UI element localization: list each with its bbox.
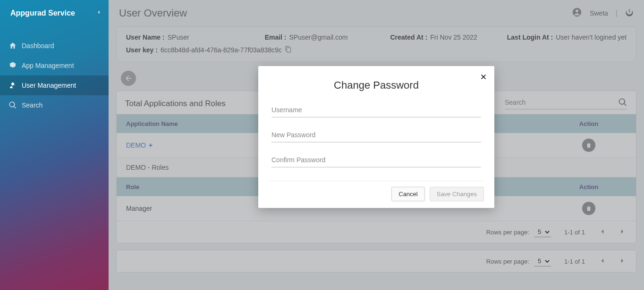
sidebar-nav: Dashboard App Management User Management… xyxy=(0,26,109,115)
chevron-left-icon[interactable] xyxy=(95,9,102,17)
new-password-field-wrap xyxy=(271,131,481,142)
change-password-modal: Change Password Cancel Save Changes xyxy=(258,66,494,208)
cancel-button[interactable]: Cancel xyxy=(391,187,424,201)
sidebar: Appgurad Service Dashboard App Managemen… xyxy=(0,0,109,290)
modal-overlay[interactable]: Change Password Cancel Save Changes xyxy=(109,0,644,290)
sidebar-item-label: User Management xyxy=(22,82,76,89)
close-icon[interactable] xyxy=(479,73,488,83)
sidebar-item-app-management[interactable]: App Management xyxy=(0,56,109,75)
cube-gear-icon xyxy=(8,61,22,70)
main: User Overview Sweta | User Name : SPuser xyxy=(109,0,644,290)
sidebar-item-search[interactable]: Search xyxy=(0,95,109,115)
sidebar-item-user-management[interactable]: User Management xyxy=(0,75,109,95)
sidebar-item-label: App Management xyxy=(22,62,74,69)
username-field[interactable] xyxy=(271,106,481,114)
confirm-password-field-wrap xyxy=(271,156,481,167)
user-gear-icon xyxy=(8,81,22,90)
search-icon xyxy=(8,101,22,109)
modal-title: Change Password xyxy=(269,79,484,91)
home-icon xyxy=(8,41,22,50)
sidebar-header: Appgurad Service xyxy=(0,0,109,26)
sidebar-item-dashboard[interactable]: Dashboard xyxy=(0,36,109,56)
sidebar-item-label: Search xyxy=(22,101,42,109)
username-field-wrap xyxy=(271,106,481,117)
modal-actions: Cancel Save Changes xyxy=(269,181,484,201)
sidebar-item-label: Dashboard xyxy=(22,42,54,50)
confirm-password-field[interactable] xyxy=(271,156,481,164)
brand-title: Appgurad Service xyxy=(10,9,75,17)
new-password-field[interactable] xyxy=(271,131,481,139)
save-changes-button[interactable]: Save Changes xyxy=(430,187,484,201)
